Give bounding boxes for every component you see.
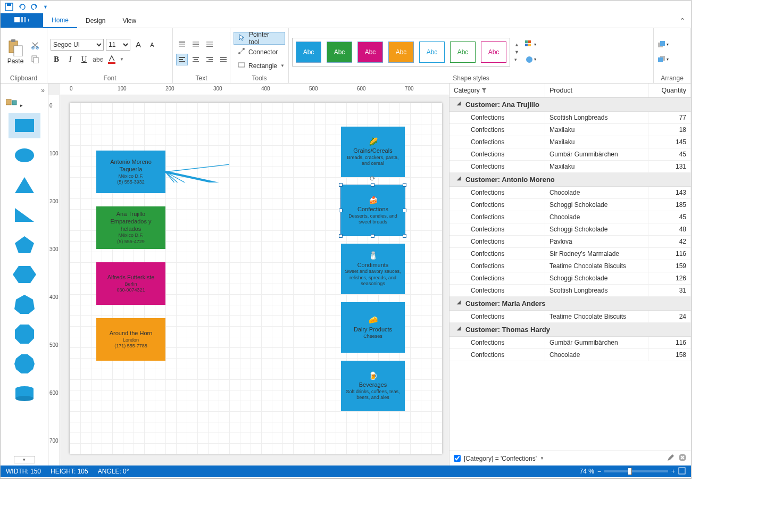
align-left-icon[interactable]	[176, 54, 188, 65]
cut-icon[interactable]	[29, 39, 41, 51]
style-swatch-outline[interactable]: Abc	[450, 41, 476, 63]
grid-data-row[interactable]: ConfectionsTeatime Chocolate Biscuits159	[449, 260, 691, 272]
grid-data-row[interactable]: ConfectionsGumbär Gummibärchen45	[449, 148, 691, 161]
strikethrough-icon[interactable]: abc	[92, 54, 104, 65]
palette-collapse-icon[interactable]: »	[41, 87, 45, 94]
customer-node[interactable]: Around the HornLondon(171) 555-7788	[96, 318, 165, 361]
redo-icon[interactable]	[30, 3, 39, 11]
bold-button[interactable]: B	[51, 54, 62, 65]
grid-group-row[interactable]: Customer: Maria Anders	[449, 297, 691, 311]
category-node[interactable]: 🍰ConfectionsDesserts, candies, and sweet…	[341, 185, 405, 236]
underline-button[interactable]: U	[78, 54, 90, 65]
align-bottom-icon[interactable]	[204, 39, 215, 51]
qa-dropdown-icon[interactable]: ▼	[43, 4, 48, 10]
copy-icon[interactable]	[29, 53, 41, 65]
tab-home[interactable]: Home	[43, 13, 77, 28]
selection-handle[interactable]	[339, 234, 343, 238]
style-swatch[interactable]: Abc	[357, 41, 383, 63]
font-family-select[interactable]: Segoe UI	[51, 39, 104, 51]
app-menu-button[interactable]	[1, 13, 43, 28]
customer-node[interactable]: Antonio Moreno TaqueríaMéxico D.F.(5) 55…	[96, 151, 165, 193]
align-justify-icon[interactable]	[218, 54, 229, 65]
grid-data-row[interactable]: ConfectionsMaxilaku145	[449, 136, 691, 148]
style-gallery[interactable]: AbcAbcAbcAbcAbcAbcAbc	[292, 38, 510, 66]
shape-pentagon[interactable]	[9, 232, 40, 257]
bring-forward-icon[interactable]: ▾	[657, 39, 669, 51]
zoom-in-icon[interactable]: +	[671, 468, 675, 475]
shape-rectangle[interactable]	[9, 113, 40, 138]
grid-group-row[interactable]: Customer: Antonio Moreno	[449, 173, 691, 187]
category-node[interactable]: 🧂CondimentsSweet and savory sauces, reli…	[341, 244, 405, 294]
grid-data-row[interactable]: ConfectionsMaxilaku131	[449, 161, 691, 173]
shape-ellipse[interactable]	[9, 143, 40, 168]
shape-hexagon[interactable]	[9, 262, 40, 287]
fill-color-icon[interactable]: ▾	[524, 39, 536, 51]
gallery-up-icon[interactable]: ▲	[514, 42, 519, 47]
zoom-out-icon[interactable]: −	[597, 468, 601, 475]
selection-handle[interactable]	[339, 209, 343, 212]
shrink-font-button[interactable]: A	[146, 39, 158, 51]
grid-data-row[interactable]: ConfectionsPavlova42	[449, 236, 691, 248]
grid-body[interactable]: Customer: Ana TrujilloConfectionsScottis…	[449, 98, 691, 451]
grid-data-row[interactable]: ConfectionsScottish Longbreads31	[449, 285, 691, 297]
shape-heptagon[interactable]	[9, 292, 40, 317]
grid-data-row[interactable]: ConfectionsChocolade45	[449, 211, 691, 223]
diagram-page[interactable]: Antonio Moreno TaqueríaMéxico D.F.(5) 55…	[70, 103, 442, 454]
filter-icon[interactable]	[481, 87, 487, 95]
connector-tool-button[interactable]: Connector	[234, 46, 285, 59]
selection-handle[interactable]	[403, 183, 406, 187]
selection-handle[interactable]	[403, 209, 406, 212]
style-swatch-outline[interactable]: Abc	[481, 41, 506, 63]
grid-data-row[interactable]: ConfectionsSir Rodney's Marmalade116	[449, 248, 691, 260]
gallery-more-icon[interactable]: ▾	[514, 57, 519, 62]
grid-group-row[interactable]: Customer: Thomas Hardy	[449, 323, 691, 337]
shape-triangle[interactable]	[9, 172, 40, 198]
grid-data-row[interactable]: ConfectionsTeatime Chocolate Biscuits24	[449, 311, 691, 323]
font-color-icon[interactable]	[106, 54, 118, 65]
gallery-down-icon[interactable]: ▼	[514, 49, 519, 55]
grid-data-row[interactable]: ConfectionsSchoggi Schokolade126	[449, 272, 691, 285]
palette-more-icon[interactable]: ▾	[14, 456, 35, 463]
grid-data-row[interactable]: ConfectionsScottish Longbreads77	[449, 112, 691, 124]
rotate-handle[interactable]: ⟳	[370, 174, 377, 182]
selection-handle[interactable]	[371, 234, 374, 238]
selection-handle[interactable]	[339, 183, 343, 187]
selection-handle[interactable]	[371, 183, 374, 187]
zoom-slider[interactable]	[604, 470, 668, 472]
grow-font-button[interactable]: A	[132, 39, 144, 51]
pointer-tool-button[interactable]: Pointer tool	[234, 32, 285, 45]
diagram-canvas[interactable]: 0100200300400500600700800 01002003004005…	[48, 84, 449, 466]
col-category[interactable]: Category	[449, 84, 545, 97]
filter-dropdown-icon[interactable]: ▼	[540, 456, 544, 461]
filter-clear-icon[interactable]	[678, 453, 687, 463]
category-node[interactable]: 🍺BeveragesSoft drinks, coffees, teas, be…	[341, 361, 405, 411]
customer-node[interactable]: Alfreds FutterkisteBerlin030-0074321	[96, 262, 165, 305]
align-middle-icon[interactable]	[190, 39, 202, 51]
send-backward-icon[interactable]: ▾	[657, 54, 669, 65]
grid-data-row[interactable]: ConfectionsGumbär Gummibärchen116	[449, 337, 691, 349]
rectangle-dropdown-icon[interactable]: ▼	[280, 63, 285, 68]
palette-quick-shapes-icon[interactable]: ▸	[6, 98, 23, 109]
tab-view[interactable]: View	[114, 13, 145, 28]
align-top-icon[interactable]	[176, 39, 188, 51]
grid-group-row[interactable]: Customer: Ana Trujillo	[449, 98, 691, 112]
col-product[interactable]: Product	[545, 84, 648, 97]
grid-data-row[interactable]: ConfectionsSchoggi Schokolade48	[449, 223, 691, 236]
tab-design[interactable]: Design	[77, 13, 114, 28]
zoom-fit-icon[interactable]	[678, 467, 686, 476]
align-right-icon[interactable]	[204, 54, 215, 65]
shape-cylinder[interactable]	[9, 381, 40, 406]
style-swatch[interactable]: Abc	[327, 41, 352, 63]
filter-edit-icon[interactable]	[667, 453, 675, 463]
grid-data-row[interactable]: ConfectionsChocolade158	[449, 349, 691, 361]
style-swatch[interactable]: Abc	[296, 41, 321, 63]
style-swatch-outline[interactable]: Abc	[419, 41, 445, 63]
filter-enabled-checkbox[interactable]	[454, 455, 461, 462]
shape-effects-icon[interactable]: ▾	[524, 54, 536, 65]
category-node[interactable]: 🌽Grains/CerealsBreads, crackers, pasta, …	[341, 127, 405, 177]
col-quantity[interactable]: Quantity	[648, 84, 691, 97]
font-size-select[interactable]: 11	[106, 39, 130, 51]
ribbon-collapse-icon[interactable]: ⌃	[674, 13, 691, 28]
shape-decagon[interactable]	[9, 351, 40, 377]
font-color-dropdown-icon[interactable]: ▼	[120, 57, 124, 62]
